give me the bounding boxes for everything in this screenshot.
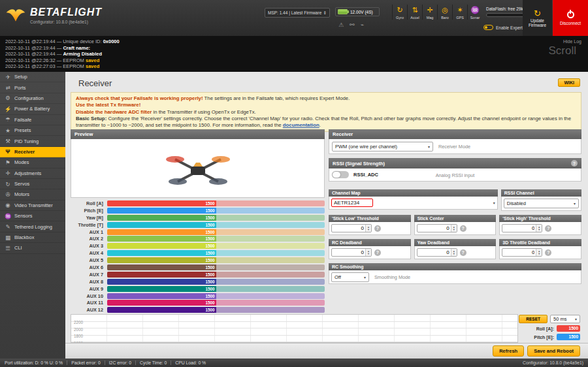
baro-icon: ◎ [438, 6, 452, 14]
vtx-icon: ◉ [5, 202, 11, 208]
spinner-icon[interactable]: ▲▼ [536, 225, 542, 232]
help-icon[interactable]: ? [374, 249, 381, 256]
sonar-icon: ♒ [468, 6, 482, 14]
usb-icon: ⌁ [361, 22, 364, 28]
help-icon[interactable]: ? [545, 225, 551, 232]
channel-bar: 1500 [107, 272, 325, 278]
update-icon: ↻ [534, 9, 541, 18]
channel-bar: 1500 [107, 236, 325, 242]
rssi-channel-select[interactable]: Disabled ▾ [504, 199, 579, 208]
refresh-button[interactable]: Refresh [493, 345, 524, 357]
legend-row: Pitch [E]: 1500 [534, 334, 580, 340]
help-icon[interactable]: ? [460, 249, 466, 256]
spinner-icon[interactable]: ▲▼ [536, 249, 542, 256]
channel-bar: 1500 [107, 307, 325, 313]
refresh-interval-select[interactable]: 50 ms ▾ [550, 315, 580, 323]
channel-bar: 1500 [107, 208, 325, 214]
receiver-panel-header: Receiver [329, 129, 581, 139]
port-utilization: Port utilization: D: 0 % U: 0 % [5, 360, 67, 365]
sidebar-item-modes[interactable]: ⚑Modes [0, 157, 65, 168]
receiver-mode-select[interactable]: PWM (one wire per channel) ▾ [332, 142, 433, 152]
rc-graph: 2200 2000 1800 1600 [71, 314, 518, 343]
help-icon[interactable]: ? [374, 225, 381, 232]
spinner-icon[interactable]: ▲▼ [451, 225, 457, 232]
sidebar-item-power-battery[interactable]: ⚡Power & Battery [0, 104, 65, 114]
sensor-indicator-sonar: ♒ Sonar [467, 5, 482, 20]
sidebar-item-cli[interactable]: ☰CLI [0, 243, 65, 253]
rssi-adc-toggle[interactable] [332, 171, 349, 178]
channel-bar: 1500 [107, 200, 325, 206]
bolt-icon: ⚡ [5, 106, 11, 112]
power-icon [567, 11, 574, 18]
preview-panel: Preview Roll [A]1500 Pitch [E] [71, 129, 325, 313]
rc-deadband-input[interactable]: ▲▼ [331, 248, 372, 257]
rc-smoothing-select[interactable]: Off ▾ [331, 272, 369, 282]
stick-center-header: Stick Center [414, 215, 497, 222]
scroll-indicator[interactable]: Scroll [548, 48, 576, 54]
channel-bar: 1500 [107, 279, 325, 285]
toggle-icon[interactable] [483, 25, 493, 30]
spinner-icon[interactable]: ▲▼ [365, 225, 371, 232]
box-icon: ▦ [5, 234, 11, 241]
channel-bar: 1500 [107, 293, 325, 299]
stick-center-input[interactable]: ▲▼ [417, 224, 457, 232]
content-footer: Refresh Save and Reboot [65, 343, 588, 359]
rc-deadband-header: RC Deadband [329, 239, 411, 246]
sidebar-item-motors[interactable]: ✇Motors [0, 189, 65, 200]
sidebar-item-pid-tuning[interactable]: ⚒PID Tuning [0, 136, 65, 146]
tuning-icon: ⚒ [5, 138, 11, 144]
channel-map-input[interactable] [331, 199, 373, 207]
channel-bars: Roll [A]1500 Pitch [E]1500 Yaw [R]1500 T… [71, 200, 325, 313]
3d-throttle-deadband-input[interactable]: ▲▼ [502, 248, 542, 257]
spinner-icon[interactable]: ▲▼ [365, 249, 371, 256]
ports-icon: ⇄ [5, 84, 11, 91]
model-preview [71, 139, 325, 198]
yaw-deadband-input[interactable]: ▲▼ [417, 248, 457, 257]
sidebar-item-ports[interactable]: ⇄Ports [0, 82, 65, 93]
motor-icon: ✇ [5, 191, 11, 198]
save-and-reboot-button[interactable]: Save and Reboot [527, 345, 580, 357]
legend-value-chip: 1500 [557, 325, 580, 332]
stick-low-input[interactable]: ▲▼ [331, 224, 372, 232]
channel-row: AUX 71500 [71, 271, 325, 278]
note-box: Always check that your Failsafe is worki… [71, 92, 581, 132]
spinner-icon[interactable]: ▲▼ [451, 249, 457, 256]
sidebar-item-blackbox[interactable]: ▦Blackbox [0, 232, 65, 243]
terminal-icon: ☰ [5, 245, 11, 251]
help-icon[interactable]: ? [460, 225, 466, 232]
sidebar-item-adjustments[interactable]: ✛Adjustments [0, 168, 65, 179]
channel-bar: 1500 [107, 222, 325, 228]
sidebar-item-servos[interactable]: ↻Servos [0, 179, 65, 189]
sidebar-item-sensors[interactable]: ♒Sensors [0, 211, 65, 221]
channel-row: AUX 31500 [71, 242, 325, 249]
smoothing-mode-label: Smoothing Mode [374, 274, 410, 280]
firmware-version-select[interactable]: MSP: 1.44 | Latest Firmware ⇕ [265, 8, 330, 18]
sidebar-item-configuration[interactable]: ⚙Configuration [0, 93, 65, 104]
packet-error: Packet error: 0 [67, 360, 105, 365]
sensor-indicator-accel: ⇅ Accel [407, 5, 422, 20]
documentation-link[interactable]: documentation [283, 122, 319, 128]
channel-map-header: Channel Map [329, 189, 498, 197]
disconnect-button[interactable]: Disconnect [553, 0, 588, 36]
chevron-down-icon: ▾ [574, 201, 576, 206]
sidebar-item-setup[interactable]: ✈Setup [0, 72, 65, 82]
sidebar-item-presets[interactable]: ★Presets [0, 125, 65, 136]
sidebar-item-video-transmitter[interactable]: ◉Video Transmitter [0, 200, 65, 211]
status-icons: ⚠ ⚯ ⌁ [338, 22, 364, 28]
betaflight-logo-icon [5, 7, 26, 24]
chevron-down-icon: ▾ [575, 317, 577, 321]
help-icon[interactable]: ? [571, 160, 578, 167]
sidebar-item-tethered-logging[interactable]: ✎Tethered Logging [0, 221, 65, 232]
reset-button[interactable]: RESET [519, 315, 547, 323]
channel-bar: 1500 [107, 286, 325, 292]
help-icon[interactable]: ? [545, 249, 551, 256]
receiver-settings: Receiver PWM (one wire per channel) ▾ Re… [329, 129, 581, 284]
sidebar-item-failsafe[interactable]: ☂Failsafe [0, 115, 65, 125]
wiki-button[interactable]: WIKI [558, 78, 580, 87]
channel-row: AUX 111500 [71, 299, 325, 306]
update-firmware-button[interactable]: ↻ Update Firmware [523, 0, 552, 36]
stick-high-input[interactable]: ▲▼ [502, 224, 542, 232]
sidebar-item-receiver[interactable]: ΨReceiver [0, 147, 65, 157]
channel-row: AUX 41500 [71, 249, 325, 257]
chevron-down-icon[interactable]: ▾ [493, 200, 495, 205]
